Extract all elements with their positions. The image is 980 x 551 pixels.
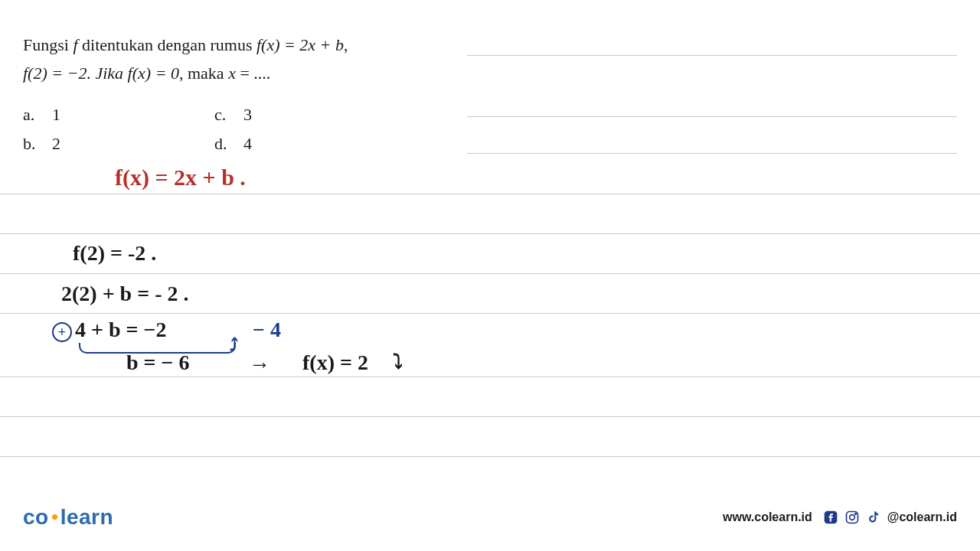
option-label: d. [214,134,230,154]
rule-line [0,233,980,234]
text: , maka [179,64,228,83]
formula: f(x) = 2x + b [256,35,344,54]
plus-sign: + [58,325,66,339]
handwriting-step-5: b = − 6 [126,350,189,375]
text: = .... [236,64,270,83]
rule-line [0,273,980,274]
option-label: b. [23,134,38,154]
footer-handle: @colearn.id [887,510,957,524]
text: , [344,35,348,54]
rule-line [0,377,980,377]
rule-line [0,456,980,457]
brand-left: co [23,505,49,529]
footer-right: www.colearn.id @colearn.id [723,510,957,525]
text: Fungsi [23,35,73,54]
formula: f(x) = 0 [128,64,179,83]
social-icons: @colearn.id [823,510,957,525]
text: ditentukan dengan rumus [78,35,256,54]
option-a: a. 1 [23,105,191,125]
tiktok-icon [866,510,881,525]
formula: f(2) = −2. Jika [23,64,128,83]
handwriting-step-4-rhs: − 4 [253,318,281,342]
footer: colearn www.colearn.id @colearn.id [23,505,957,530]
facebook-icon [823,510,838,525]
problem-text: Fungsi f ditentukan dengan rumus f(x) = … [23,31,452,88]
option-label: c. [214,105,230,125]
handwriting-arrow: → [249,352,270,377]
rule-line [0,313,980,314]
rule-short [467,116,957,117]
option-c: c. 3 [214,105,383,125]
handwriting-step-4-lhs: 4 + b = −2 [75,318,166,342]
options-grid: a. 1 c. 3 b. 2 d. 4 [23,105,957,154]
rule-short [467,153,957,154]
option-value: 4 [243,134,252,154]
handwriting-step-6-tail: ⤵ [393,350,403,373]
var-x: x [228,64,236,83]
option-b: b. 2 [23,134,191,154]
option-label: a. [23,105,38,125]
option-value: 3 [243,105,252,125]
instagram-icon [844,510,860,525]
page-root: Fungsi f ditentukan dengan rumus f(x) = … [0,0,980,551]
handwriting-step-1: f(x) = 2x + b . [115,165,246,191]
arrow-up-icon: ⤴ [230,335,238,355]
handwriting-step-2: f(2) = -2 . [73,241,156,266]
brand-logo: colearn [23,505,113,530]
option-value: 1 [52,105,60,125]
rule-line [0,194,980,194]
brand-dot-icon [52,514,57,520]
rule-short [467,55,957,56]
option-d: d. 4 [214,134,383,154]
svg-point-3 [855,514,857,515]
circled-plus-icon: + [52,322,72,342]
rule-line [0,416,980,417]
footer-url: www.colearn.id [723,510,812,524]
handwriting-step-6: f(x) = 2 [302,350,368,375]
option-value: 2 [52,134,60,154]
brand-right: learn [60,505,113,529]
svg-point-2 [849,515,854,520]
handwriting-step-3: 2(2) + b = - 2 . [61,282,188,306]
